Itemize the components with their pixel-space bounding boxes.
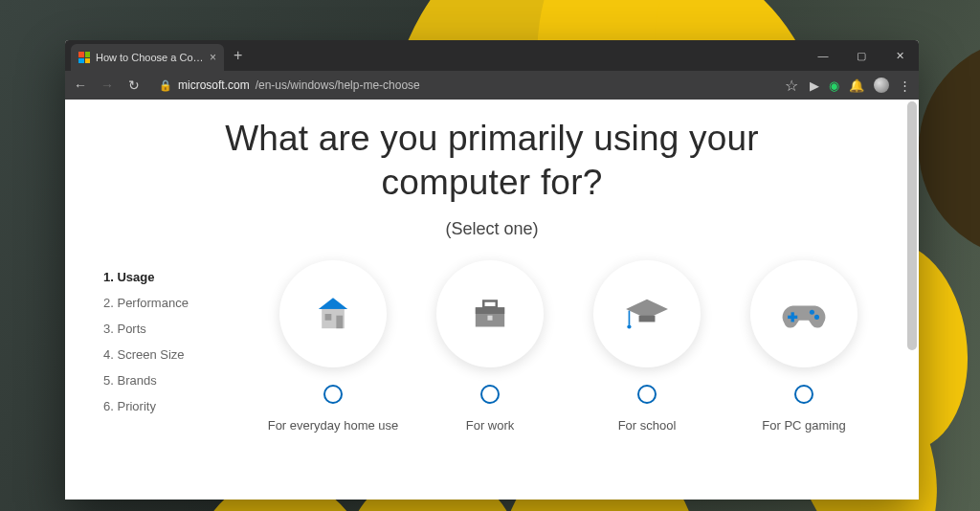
svg-point-15 — [814, 314, 819, 319]
option-gaming[interactable]: For PC gaming — [733, 260, 875, 434]
tab-title: How to Choose a Computer: Fin — [96, 52, 204, 63]
tab-bar: How to Choose a Computer: Fin × + — ▢ ✕ — [65, 40, 919, 71]
svg-rect-13 — [788, 315, 797, 318]
option-school[interactable]: For school — [576, 260, 718, 434]
page-viewport: What are you primarily using your comput… — [65, 100, 919, 500]
scrollbar-thumb[interactable] — [907, 101, 917, 350]
svg-point-14 — [810, 309, 814, 314]
step-screen-size[interactable]: 4. Screen Size — [103, 342, 237, 367]
close-tab-icon[interactable]: × — [210, 52, 216, 63]
extension-icon-2[interactable]: ◉ — [829, 78, 839, 93]
url-host: microsoft.com — [178, 78, 250, 92]
microsoft-favicon-icon — [78, 52, 90, 63]
option-cards: For everyday home use For wo — [256, 260, 880, 434]
option-work[interactable]: For work — [419, 260, 561, 434]
step-usage[interactable]: 1. Usage — [103, 264, 237, 290]
svg-rect-6 — [483, 300, 497, 307]
reload-button[interactable]: ↻ — [126, 78, 142, 93]
extension-icons: ▶ ◉ 🔔 ⋮ — [810, 78, 911, 93]
svg-rect-9 — [639, 315, 656, 322]
address-bar[interactable]: 🔒 microsoft.com/en-us/windows/help-me-ch… — [153, 78, 773, 92]
lock-icon: 🔒 — [159, 79, 172, 92]
close-window-button[interactable]: ✕ — [880, 40, 919, 71]
step-priority[interactable]: 6. Priority — [103, 393, 237, 419]
step-ports[interactable]: 3. Ports — [103, 316, 237, 342]
url-path: /en-us/windows/help-me-choose — [256, 78, 420, 92]
option-everyday-home[interactable]: For everyday home use — [262, 260, 404, 434]
svg-rect-3 — [325, 314, 332, 321]
profile-avatar[interactable] — [874, 78, 889, 93]
option-label: For everyday home use — [268, 417, 399, 434]
step-performance[interactable]: 2. Performance — [103, 290, 237, 316]
svg-marker-0 — [319, 298, 347, 309]
question-heading: What are you primarily using your comput… — [147, 117, 836, 206]
option-label: For school — [618, 417, 677, 434]
step-brands[interactable]: 5. Brands — [103, 367, 237, 393]
radio-gaming[interactable] — [794, 385, 813, 404]
browser-toolbar: ← → ↻ 🔒 microsoft.com/en-us/windows/help… — [65, 71, 919, 100]
extension-icon-1[interactable]: ▶ — [810, 78, 819, 93]
browser-menu-button[interactable]: ⋮ — [899, 78, 911, 93]
maximize-button[interactable]: ▢ — [842, 40, 880, 71]
bookmark-star-icon[interactable]: ☆ — [785, 77, 798, 95]
radio-work[interactable] — [480, 385, 500, 404]
notification-bell-icon[interactable]: 🔔 — [849, 78, 864, 93]
back-button[interactable]: ← — [73, 78, 88, 93]
svg-point-11 — [627, 324, 631, 328]
radio-school[interactable] — [637, 385, 657, 404]
graduation-cap-icon — [593, 260, 701, 367]
wizard-steps: 1. Usage 2. Performance 3. Ports 4. Scre… — [103, 260, 237, 434]
svg-rect-7 — [487, 315, 492, 320]
window-controls: — ▢ ✕ — [804, 40, 919, 71]
gamepad-icon — [750, 260, 858, 367]
svg-rect-2 — [336, 315, 343, 328]
briefcase-icon — [436, 260, 544, 367]
question-subtitle: (Select one) — [103, 219, 880, 239]
home-icon — [279, 260, 387, 367]
forward-button[interactable]: → — [100, 78, 115, 93]
radio-everyday-home[interactable] — [323, 385, 343, 404]
minimize-button[interactable]: — — [804, 40, 842, 71]
new-tab-button[interactable]: + — [224, 47, 252, 64]
browser-window: How to Choose a Computer: Fin × + — ▢ ✕ … — [65, 40, 919, 500]
option-label: For PC gaming — [762, 417, 845, 434]
option-label: For work — [466, 417, 515, 434]
tab-active[interactable]: How to Choose a Computer: Fin × — [71, 44, 224, 71]
